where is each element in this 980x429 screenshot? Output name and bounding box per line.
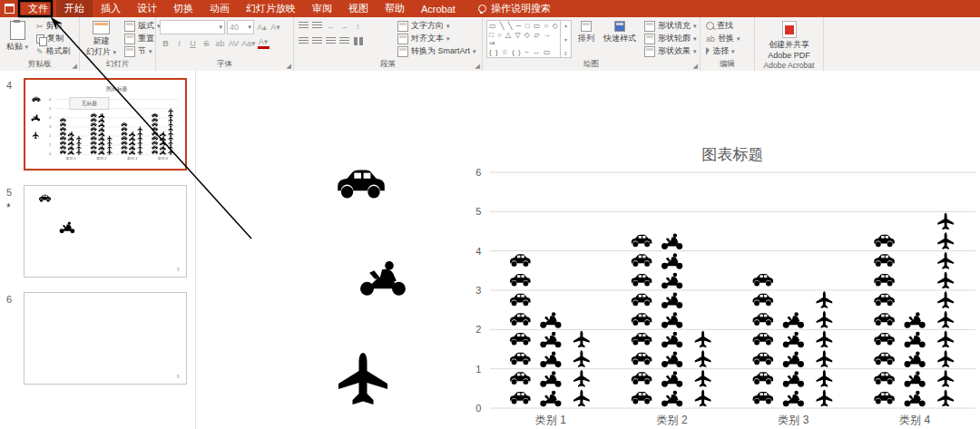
clipboard-dialog-launcher[interactable]: ◢ — [73, 63, 77, 70]
scroll-up-icon[interactable]: ▴ — [564, 22, 567, 28]
motorcycle-chart-icon — [98, 122, 104, 127]
airplane-chart-icon — [817, 331, 833, 348]
line-spacing-icon[interactable]: ↕ — [352, 20, 364, 32]
quick-access-icon[interactable] — [5, 4, 15, 14]
columns-icon[interactable] — [352, 35, 364, 47]
convert-smartart-button[interactable]: 转换为 SmartArt▾ — [396, 45, 478, 57]
car-shape[interactable] — [338, 171, 385, 199]
gallery-more-icon[interactable]: ≡ — [564, 51, 568, 56]
y-tick-label: 5 — [49, 107, 51, 111]
copy-button[interactable]: 复制 — [34, 33, 73, 44]
bullets-icon[interactable] — [298, 20, 309, 32]
chart-title[interactable]: 图表标题 — [702, 146, 764, 163]
airplane-shape[interactable] — [338, 353, 387, 405]
underline-icon[interactable]: U — [187, 37, 199, 49]
car-chart-icon — [121, 127, 127, 131]
tab-help[interactable]: 帮助 — [377, 0, 413, 18]
motorcycle-chart-icon — [662, 312, 682, 327]
tab-design[interactable]: 设计 — [129, 0, 165, 18]
drawing-dialog-launcher[interactable]: ◢ — [693, 63, 698, 70]
quick-styles-button[interactable]: 快速样式 — [601, 20, 639, 58]
strikethrough-icon[interactable]: S — [201, 37, 212, 49]
airplane-chart-icon — [107, 150, 113, 155]
motorcycle-icon — [31, 114, 40, 121]
slide-thumbnail-4[interactable]: 0123456图表标题类别 1类别 2类别 3类别 4 无标题 — [24, 78, 187, 171]
shape-effects-button[interactable]: 形状效果▾ — [642, 45, 699, 57]
font-dialog-launcher[interactable]: ◢ — [287, 63, 291, 70]
shapes-gallery[interactable]: ▭ ╲ ╲ ─ □ ▭ ○ ◇ □ ○ △ ▽ ◇ ▱ → ⇒ { } ☆ ( … — [486, 20, 572, 58]
increase-indent-icon[interactable]: → — [338, 20, 350, 32]
motorcycle-shape[interactable] — [360, 261, 406, 296]
format-painter-button[interactable]: ✎格式刷 — [34, 45, 73, 57]
slide-canvas[interactable]: 0123456图表标题类别 1类别 2类别 3类别 4 — [196, 71, 980, 429]
tab-review[interactable]: 审阅 — [304, 0, 340, 18]
slide-thumbnail-5[interactable]: 5 — [24, 185, 187, 278]
chart-title[interactable]: 图表标题 — [106, 86, 128, 93]
motorcycle-chart-icon — [68, 145, 74, 150]
car-chart-icon — [152, 145, 158, 149]
align-text-button[interactable]: 对齐文本▾ — [396, 33, 478, 44]
italic-icon[interactable]: I — [173, 37, 185, 49]
change-case-icon[interactable]: Aa▾ — [241, 37, 256, 49]
shapes-gallery-scrollbar[interactable]: ▴▾≡ — [560, 21, 571, 57]
align-right-icon[interactable] — [325, 35, 337, 47]
new-slide-button[interactable]: 新建 幻灯片 ▾ — [83, 20, 119, 58]
scroll-down-icon[interactable]: ▾ — [564, 36, 567, 43]
arrange-button[interactable]: 排列 — [575, 20, 597, 58]
tab-animations[interactable]: 动画 — [201, 0, 238, 18]
motorcycle-icon — [60, 222, 75, 234]
airplane-chart-icon — [817, 390, 833, 407]
pictograph-chart[interactable]: 0123456图表标题类别 1类别 2类别 3类别 4 — [475, 146, 975, 426]
airplane-chart-icon — [937, 331, 954, 348]
category-label: 类别 3 — [778, 414, 808, 426]
cut-button[interactable]: ✂剪切 — [34, 20, 73, 32]
animation-indicator: * — [6, 201, 24, 214]
character-spacing-icon[interactable]: AV — [228, 37, 240, 49]
text-direction-button[interactable]: 文字方向▾ — [396, 20, 478, 32]
tell-me-label: 操作说明搜索 — [491, 2, 551, 15]
tab-view[interactable]: 视图 — [340, 0, 377, 18]
align-center-icon[interactable] — [311, 35, 323, 47]
decrease-indent-icon[interactable]: ← — [325, 20, 337, 32]
motorcycle-chart-icon — [129, 150, 135, 154]
slide-thumbnail-6[interactable]: 6 — [24, 292, 187, 385]
align-left-icon[interactable] — [298, 35, 309, 47]
airplane-chart-icon — [76, 145, 82, 151]
tab-acrobat[interactable]: Acrobat — [413, 1, 464, 17]
car-chart-icon — [91, 127, 97, 131]
select-button[interactable]: 选择▾ — [704, 45, 750, 57]
paragraph-dialog-launcher[interactable]: ◢ — [475, 63, 480, 70]
car-chart-icon — [91, 132, 97, 135]
shape-fill-button[interactable]: 形状填充▾ — [642, 20, 699, 32]
shape-outline-button[interactable]: 形状轮廓▾ — [642, 33, 699, 44]
numbering-icon[interactable] — [311, 20, 323, 32]
find-button[interactable]: 查找 — [704, 20, 750, 32]
increase-font-icon[interactable]: A▴ — [256, 22, 268, 34]
tab-transitions[interactable]: 切换 — [165, 0, 201, 18]
cursor-icon — [706, 47, 710, 55]
font-size-select[interactable]: 40▾ — [227, 20, 254, 34]
tab-slideshow[interactable]: 幻灯片放映 — [238, 0, 304, 18]
tab-home[interactable]: 开始 — [56, 0, 93, 18]
paste-button[interactable]: 粘贴 ▾ — [4, 20, 31, 58]
motorcycle-chart-icon — [129, 141, 135, 145]
font-color-icon[interactable]: A▾ — [258, 37, 270, 49]
tab-file[interactable]: 文件 — [20, 0, 56, 18]
slide-thumbnails-panel[interactable]: 4 0123456图表标题类别 1类别 2类别 3类别 4 无标题 5 * — [0, 71, 196, 429]
airplane-chart-icon — [168, 141, 173, 146]
tell-me-search[interactable]: 操作说明搜索 — [478, 2, 551, 15]
clipboard-group-label: 剪贴板 — [0, 59, 79, 70]
motorcycle-chart-icon — [98, 127, 104, 132]
decrease-font-icon[interactable]: A▾ — [270, 22, 281, 34]
bold-icon[interactable]: B — [160, 37, 172, 49]
category-label: 类别 4 — [158, 156, 169, 161]
tab-insert[interactable]: 插入 — [93, 0, 129, 18]
text-shadow-icon[interactable]: ab — [214, 37, 226, 49]
justify-icon[interactable] — [338, 35, 350, 47]
font-family-select[interactable]: ▾ — [160, 20, 225, 34]
car-chart-icon — [60, 136, 66, 140]
replace-button[interactable]: ab替换▾ — [704, 33, 750, 44]
create-pdf-button[interactable]: 创建并共享 Adobe PDF — [759, 20, 819, 61]
car-chart-icon — [510, 274, 531, 287]
car-chart-icon — [152, 113, 158, 117]
